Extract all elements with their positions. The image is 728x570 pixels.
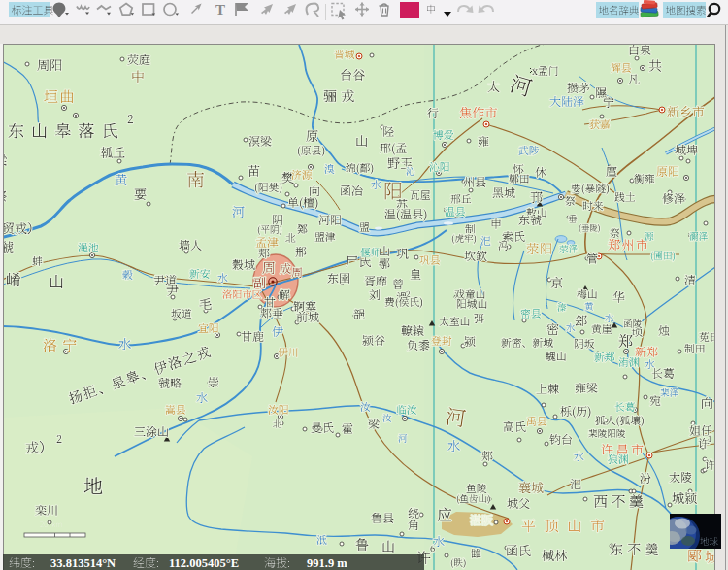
svg-text:T: T	[215, 2, 225, 17]
svg-text:33.813514°N: 33.813514°N	[50, 556, 116, 570]
svg-text:991.9 m: 991.9 m	[307, 556, 347, 570]
svg-text:112.005405°E: 112.005405°E	[169, 556, 239, 570]
